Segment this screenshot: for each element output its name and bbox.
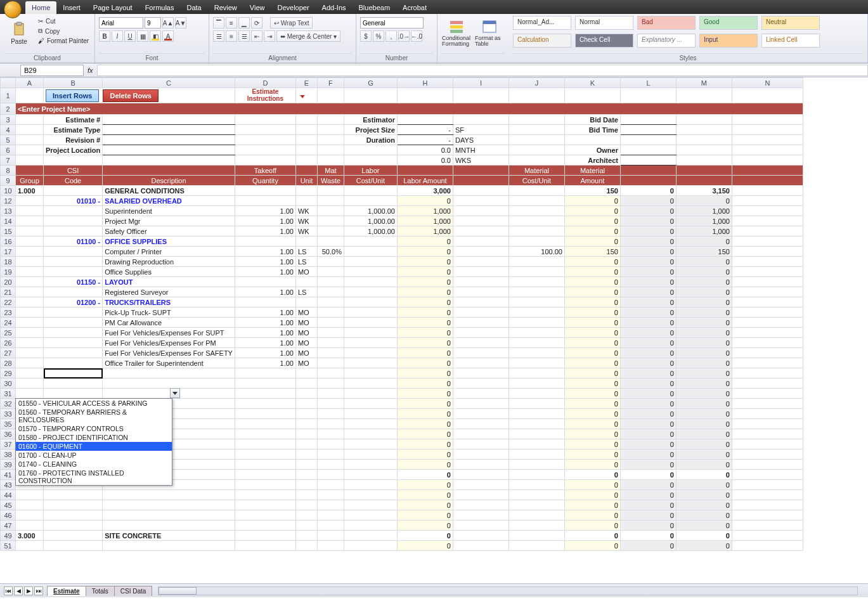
cell-M41[interactable]: 0 <box>676 470 732 480</box>
cell-E36[interactable] <box>295 429 317 439</box>
cell-E45[interactable] <box>295 500 317 510</box>
cell-I23[interactable] <box>453 308 508 318</box>
cell-E1[interactable] <box>295 88 317 103</box>
cell-F37[interactable] <box>317 439 344 450</box>
cell-J4[interactable] <box>508 125 564 135</box>
cell-J33[interactable] <box>508 409 564 419</box>
cell-N49[interactable] <box>732 531 803 541</box>
cell-B15[interactable] <box>44 226 103 236</box>
cell-N33[interactable] <box>732 409 803 419</box>
cell-F13[interactable] <box>317 206 344 216</box>
cell-G24[interactable] <box>344 318 397 328</box>
cell-A51[interactable] <box>16 541 44 551</box>
cell-E18[interactable]: LS <box>295 257 317 267</box>
cell-K25[interactable]: 0 <box>564 328 620 338</box>
cell-C6[interactable] <box>103 145 235 155</box>
cell-B20[interactable]: 01150 - <box>44 277 103 287</box>
cell-H32[interactable]: 0 <box>397 399 453 409</box>
cell-E14[interactable]: WK <box>295 216 317 226</box>
cell-H17[interactable]: 0 <box>397 247 453 257</box>
cell-K12[interactable]: 0 <box>564 196 620 206</box>
dropdown-item-2[interactable]: 01570 - TEMPORARY CONTROLS <box>16 424 172 433</box>
style-bad[interactable]: Bad <box>637 16 696 30</box>
cell-H51[interactable]: 0 <box>397 541 453 551</box>
cell-H18[interactable]: 0 <box>397 257 453 267</box>
cell-A22[interactable] <box>16 297 44 308</box>
cell-L4[interactable] <box>620 125 676 135</box>
cell-D25[interactable]: 1.00 <box>235 328 295 338</box>
cell-D35[interactable] <box>235 419 295 429</box>
cell-L51[interactable]: 0 <box>620 541 676 551</box>
cell-N5[interactable] <box>732 135 803 145</box>
cell-I18[interactable] <box>453 257 508 267</box>
cell-A2[interactable]: <Enter Project Name> <box>16 103 803 115</box>
row-header-22[interactable]: 22 <box>1 297 16 308</box>
cell-H38[interactable]: 0 <box>397 450 453 460</box>
cell-B29[interactable] <box>44 368 103 379</box>
cell-N41[interactable] <box>732 470 803 480</box>
cell-M33[interactable]: 0 <box>676 409 732 419</box>
cell-J21[interactable] <box>508 287 564 297</box>
cell-D10[interactable] <box>235 186 295 196</box>
cell-D29[interactable] <box>235 368 295 379</box>
cell-I6[interactable]: MNTH <box>453 145 508 155</box>
cell-H27[interactable]: 0 <box>397 348 453 358</box>
cell-G26[interactable] <box>344 338 397 348</box>
cell-H22[interactable]: 0 <box>397 297 453 308</box>
cell-H39[interactable]: 0 <box>397 460 453 470</box>
style-normal-ad-[interactable]: Normal_Ad... <box>513 16 571 30</box>
cell-J5[interactable] <box>508 135 564 145</box>
cell-G22[interactable] <box>344 297 397 308</box>
row-header-2[interactable]: 2 <box>1 103 16 115</box>
row-header-19[interactable]: 19 <box>1 267 16 277</box>
cell-D39[interactable] <box>235 460 295 470</box>
row-header-18[interactable]: 18 <box>1 257 16 267</box>
cell-L30[interactable]: 0 <box>620 379 676 389</box>
cell-D1[interactable]: EstimateInstructions <box>235 88 295 103</box>
cell-H3[interactable] <box>397 115 453 125</box>
cell-M12[interactable]: 0 <box>676 196 732 206</box>
col-header-F[interactable]: F <box>317 78 344 88</box>
cell-G5[interactable]: Duration <box>344 135 397 145</box>
cell-A45[interactable] <box>16 500 44 510</box>
cell-I4[interactable]: SF <box>453 125 508 135</box>
cell-G8[interactable]: Labor <box>344 165 397 176</box>
row-header-4[interactable]: 4 <box>1 125 16 135</box>
cell-F15[interactable] <box>317 226 344 236</box>
horizontal-scrollbar[interactable] <box>158 586 858 595</box>
cell-E21[interactable]: LS <box>295 287 317 297</box>
cell-M26[interactable]: 0 <box>676 338 732 348</box>
cell-J36[interactable] <box>508 429 564 439</box>
ribbon-tab-data[interactable]: Data <box>180 1 207 14</box>
percent-button[interactable]: % <box>373 30 384 42</box>
cell-J19[interactable] <box>508 267 564 277</box>
cell-K5[interactable] <box>564 135 620 145</box>
cell-G43[interactable] <box>344 480 397 490</box>
cell-F45[interactable] <box>317 500 344 510</box>
cell-B45[interactable] <box>44 500 103 510</box>
cell-D49[interactable] <box>235 531 295 541</box>
cell-N17[interactable] <box>732 247 803 257</box>
cell-C9[interactable]: Description <box>103 176 235 186</box>
cell-K27[interactable]: 0 <box>564 348 620 358</box>
cell-A23[interactable] <box>16 308 44 318</box>
row-header-36[interactable]: 36 <box>1 429 16 439</box>
cell-N39[interactable] <box>732 460 803 470</box>
cell-E4[interactable] <box>295 125 317 135</box>
cell-M44[interactable]: 0 <box>676 490 732 500</box>
cell-D20[interactable] <box>235 277 295 287</box>
cell-D30[interactable] <box>235 379 295 389</box>
cell-C4[interactable] <box>103 125 235 135</box>
cell-D16[interactable] <box>235 236 295 247</box>
cell-M38[interactable]: 0 <box>676 450 732 460</box>
cell-J3[interactable] <box>508 115 564 125</box>
cell-I9[interactable] <box>453 176 508 186</box>
cell-C18[interactable]: Drawing Reproduction <box>103 257 235 267</box>
dec-decimal-button[interactable]: ←.0 <box>411 30 422 42</box>
cell-G4[interactable]: Project Size <box>344 125 397 135</box>
cell-D3[interactable] <box>235 115 295 125</box>
cell-E24[interactable]: MO <box>295 318 317 328</box>
cell-C46[interactable] <box>103 510 235 521</box>
row-header-32[interactable]: 32 <box>1 399 16 409</box>
cell-E30[interactable] <box>295 379 317 389</box>
